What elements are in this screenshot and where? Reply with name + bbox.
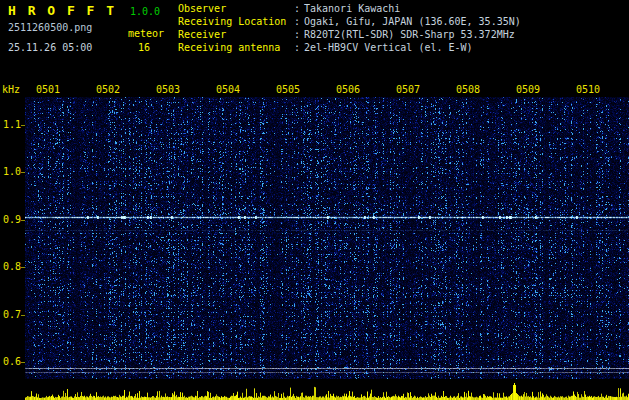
timestamp: 25.11.26 05:00 (8, 42, 92, 53)
hrofft-window: H R O F F T 1.0.0 2511260500.png meteor … (0, 0, 629, 400)
time-tick-label: 0501 (36, 84, 60, 95)
time-tick-label: 0507 (396, 84, 420, 95)
count-value: 16 (138, 42, 150, 53)
time-tick-label: 0510 (576, 84, 600, 95)
freq-tick-label: 0.7 (0, 309, 21, 320)
output-filename: 2511260500.png (8, 22, 92, 33)
time-tick-label: 0505 (276, 84, 300, 95)
info-row-antenna: Receiving antenna:2el-HB9CV Vertical (el… (178, 42, 473, 53)
info-value: Ogaki, Gifu, JAPAN (136.60E, 35.35N) (304, 16, 521, 27)
signal-level-strip-canvas (25, 380, 629, 400)
info-label: Receiver (178, 29, 294, 40)
freq-tick-label: 1.1 (0, 119, 21, 130)
freq-tick-label: 0.9 (0, 214, 21, 225)
time-tick-label: 0506 (336, 84, 360, 95)
info-separator: : (294, 29, 304, 40)
info-label: Receiving Location (178, 16, 294, 27)
time-tick-label: 0508 (456, 84, 480, 95)
info-value: R820T2(RTL-SDR) SDR-Sharp 53.372MHz (304, 29, 515, 40)
info-separator: : (294, 3, 304, 14)
info-row-location: Receiving Location:Ogaki, Gifu, JAPAN (1… (178, 16, 521, 27)
info-row-observer: Observer:Takanori Kawachi (178, 3, 400, 14)
info-row-receiver: Receiver:R820T2(RTL-SDR) SDR-Sharp 53.37… (178, 29, 515, 40)
freq-tick-label: 1.0 (0, 166, 21, 177)
time-tick-label: 0503 (156, 84, 180, 95)
info-separator: : (294, 16, 304, 27)
time-tick-label: 0504 (216, 84, 240, 95)
info-value: 2el-HB9CV Vertical (el. E-W) (304, 42, 473, 53)
info-label: Observer (178, 3, 294, 14)
freq-tick-label: 0.6 (0, 356, 21, 367)
time-tick-label: 0509 (516, 84, 540, 95)
info-value: Takanori Kawachi (304, 3, 400, 14)
info-label: Receiving antenna (178, 42, 294, 53)
y-axis-unit-label: kHz (2, 84, 20, 95)
spectrogram-canvas (25, 97, 629, 379)
app-version: 1.0.0 (130, 6, 160, 17)
app-title: H R O F F T (8, 3, 116, 18)
info-separator: : (294, 42, 304, 53)
time-tick-label: 0502 (96, 84, 120, 95)
mode-label: meteor (128, 28, 164, 39)
freq-tick-label: 0.8 (0, 261, 21, 272)
